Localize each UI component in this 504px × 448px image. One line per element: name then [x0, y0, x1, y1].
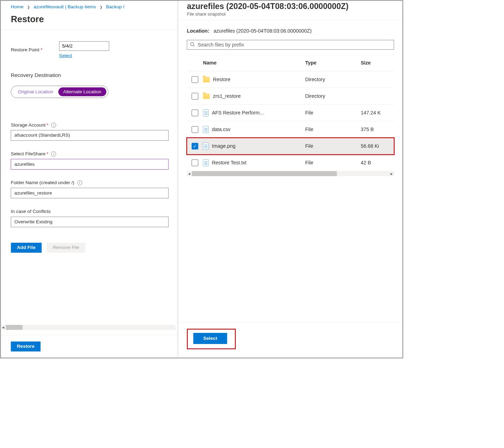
row-checkbox[interactable] — [192, 126, 198, 133]
restore-point-input[interactable] — [59, 41, 109, 51]
table-horizontal-scrollbar[interactable]: ◀ ▶ — [187, 171, 394, 176]
column-size[interactable]: Size — [361, 60, 394, 66]
location-row: Location: azurefiles (2020-05-04T08:03:0… — [187, 28, 394, 34]
breadcrumb-tail[interactable]: Backup I — [106, 4, 125, 9]
row-checkbox[interactable]: ✓ — [192, 143, 198, 149]
required-indicator: * — [47, 151, 48, 157]
fileshare-input[interactable] — [11, 159, 168, 169]
conflicts-label: In case of Conflicts — [11, 209, 51, 214]
folder-name-input[interactable] — [11, 188, 168, 198]
restore-panel: Home ❯ azurefilesvault | Backup items ❯ … — [1, 1, 178, 357]
highlight-select-button: Select — [187, 329, 236, 349]
folder-icon — [203, 93, 210, 99]
page-title: Restore — [1, 12, 178, 30]
required-indicator: * — [47, 122, 48, 128]
table-row[interactable]: zrs1_restoreDirectory — [187, 88, 394, 105]
row-name: data.csv — [212, 127, 230, 132]
restore-footer: Restore — [1, 335, 178, 357]
row-name: zrs1_restore — [213, 93, 241, 99]
recovery-destination-heading: Recovery Destination — [11, 72, 168, 79]
file-picker-panel: azurefiles (2020-05-04T08:03:06.0000000Z… — [178, 1, 402, 357]
table-row[interactable]: AFS Restore Perform…File147.24 K — [187, 105, 394, 121]
row-checkbox[interactable] — [192, 160, 198, 166]
row-name: Restore Test.txt — [212, 160, 246, 166]
scroll-left-icon[interactable]: ◀ — [1, 325, 6, 330]
fileshare-label: Select FileShare — [11, 151, 45, 157]
row-size: 375 B — [361, 127, 394, 132]
restore-button[interactable]: Restore — [11, 342, 41, 352]
info-icon[interactable]: i — [77, 180, 82, 185]
storage-account-input[interactable] — [11, 130, 168, 140]
column-type[interactable]: Type — [305, 60, 361, 66]
select-button[interactable]: Select — [193, 333, 227, 344]
storage-account-label: Storage Account — [11, 122, 45, 128]
row-name: AFS Restore Perform… — [212, 110, 264, 116]
table-row[interactable]: data.csvFile375 B — [187, 121, 394, 138]
file-icon — [203, 143, 209, 150]
file-table: NameTypeSize RestoreDirectoryzrs1_restor… — [187, 55, 394, 176]
row-type: Directory — [305, 93, 361, 99]
row-size: 42 B — [361, 160, 394, 166]
row-size: 147.24 K — [361, 110, 394, 116]
chevron-right-icon: ❯ — [100, 5, 103, 9]
row-type: Directory — [305, 77, 361, 83]
table-row[interactable]: ✓Image.pngFile56.68 Ki — [187, 138, 394, 155]
remove-file-button: Remove File — [47, 243, 85, 253]
file-icon — [203, 126, 209, 133]
column-name[interactable]: Name — [203, 60, 305, 66]
info-icon[interactable]: i — [51, 152, 56, 156]
file-icon — [203, 159, 209, 166]
horizontal-scrollbar[interactable]: ◀ — [1, 325, 175, 330]
row-checkbox[interactable] — [192, 110, 198, 116]
breadcrumb-home[interactable]: Home — [11, 4, 23, 9]
conflicts-input[interactable] — [11, 217, 168, 227]
panel-title: azurefiles (2020-05-04T08:03:06.0000000Z… — [187, 2, 394, 11]
restore-form: Restore Point * Select Recovery Destinat… — [1, 41, 178, 253]
svg-point-0 — [191, 43, 194, 46]
location-label: Location: — [187, 28, 209, 34]
search-input[interactable] — [198, 42, 391, 48]
row-size: 56.68 Ki — [361, 143, 394, 149]
recovery-destination-toggle[interactable]: Original Location Alternate Location — [11, 86, 108, 98]
row-name: Image.png — [212, 143, 235, 149]
restore-point-label: Restore Point — [11, 47, 39, 53]
row-checkbox[interactable] — [192, 93, 198, 100]
breadcrumb: Home ❯ azurefilesvault | Backup items ❯ … — [1, 1, 178, 12]
search-icon — [190, 42, 195, 48]
file-picker-footer: Select — [178, 322, 402, 357]
select-restore-point-link[interactable]: Select — [59, 53, 169, 59]
row-checkbox[interactable] — [192, 76, 198, 83]
file-icon — [203, 109, 209, 117]
svg-line-1 — [193, 45, 195, 47]
table-row[interactable]: Restore Test.txtFile42 B — [187, 155, 394, 171]
folder-name-label: Folder Name (created under /) — [11, 180, 74, 186]
row-type: File — [305, 127, 361, 132]
add-file-button[interactable]: Add File — [11, 243, 42, 253]
pill-original-location[interactable]: Original Location — [13, 87, 58, 96]
row-type: File — [305, 160, 361, 166]
info-icon[interactable]: i — [51, 123, 56, 128]
panel-subtitle: File share snapshot — [187, 12, 394, 17]
search-box[interactable] — [187, 40, 394, 50]
required-indicator: * — [41, 47, 42, 53]
folder-icon — [203, 77, 210, 82]
row-type: File — [305, 110, 361, 116]
scroll-left-icon[interactable]: ◀ — [187, 171, 192, 176]
breadcrumb-vault[interactable]: azurefilesvault | Backup items — [34, 4, 96, 9]
row-type: File — [305, 143, 361, 149]
table-row[interactable]: RestoreDirectory — [187, 71, 394, 88]
pill-alternate-location[interactable]: Alternate Location — [58, 87, 106, 96]
location-value: azurefiles (2020-05-04T08:03:06.0000000Z… — [213, 28, 312, 34]
row-name: Restore — [213, 77, 230, 83]
chevron-right-icon: ❯ — [27, 5, 30, 9]
scroll-right-icon[interactable]: ▶ — [389, 171, 394, 176]
